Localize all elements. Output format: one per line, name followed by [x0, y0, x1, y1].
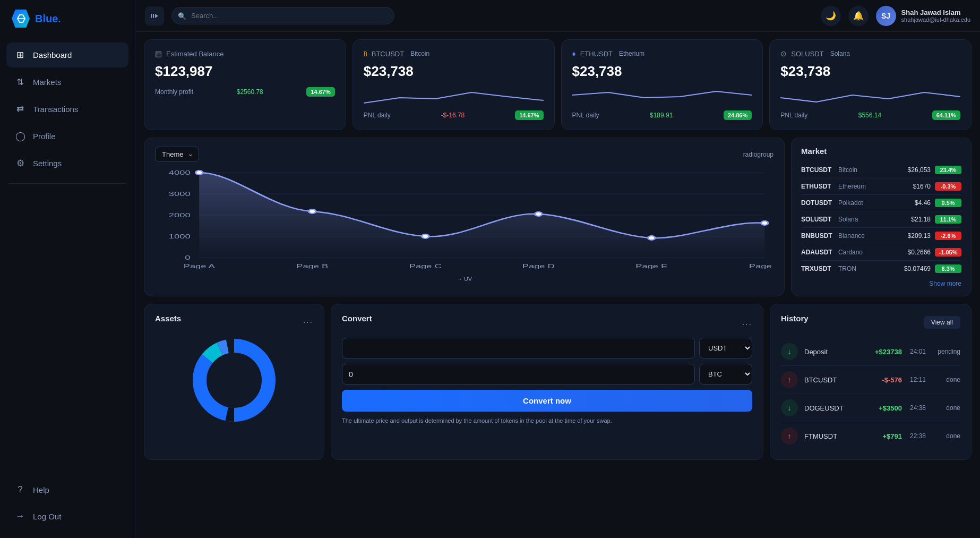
- market-price: $21.18: [911, 216, 931, 223]
- logo-text: Blue.: [35, 13, 61, 25]
- history-row: ↓ Deposit +$23738 24:01 pending: [781, 338, 960, 366]
- svg-text:Page F: Page F: [749, 263, 773, 269]
- back-button[interactable]: [145, 6, 164, 25]
- sidebar-item-dashboard-label: Dashboard: [33, 50, 72, 59]
- eth-icon: ♦: [572, 49, 576, 58]
- show-more-link[interactable]: Show more: [801, 280, 961, 287]
- btc-value: $23,738: [364, 63, 544, 80]
- sidebar-item-transactions-label: Transactions: [33, 105, 78, 114]
- bottom-row: Assets ···: [144, 304, 972, 460]
- market-change-badge: -0.3%: [935, 182, 961, 191]
- convert-select-2[interactable]: BTC ETH USDT SOL: [699, 364, 752, 385]
- eth-mini-chart: [572, 87, 752, 108]
- sol-pnl: $556.14: [858, 112, 881, 119]
- view-all-button[interactable]: View all: [924, 316, 960, 329]
- market-name: Bianance: [838, 232, 908, 240]
- sol-badge: 64.11%: [932, 110, 960, 120]
- btc-pnl-label: PNL daily: [364, 112, 391, 119]
- market-row[interactable]: ETHUSDT Ethereum $1670 -0.3%: [801, 178, 961, 195]
- dashboard-icon: ⊞: [15, 49, 25, 61]
- svg-text:Page E: Page E: [635, 263, 667, 269]
- market-price: $0.07469: [904, 265, 931, 272]
- convert-row-1: USDT BTC ETH SOL: [342, 338, 752, 358]
- search-icon: 🔍: [178, 12, 186, 20]
- convert-input-1[interactable]: [342, 338, 695, 358]
- history-title: History: [781, 314, 809, 323]
- history-row: ↑ BTCUSDT -$-576 12:11 done: [781, 366, 960, 394]
- history-name: FTMUSDT: [804, 432, 876, 440]
- chart-area: 4000 3000 2000 1000 0: [155, 167, 773, 274]
- market-name: TRON: [838, 265, 904, 272]
- history-status: done: [934, 404, 960, 412]
- market-row[interactable]: TRXUSDT TRON $0.07469 6.3%: [801, 261, 961, 277]
- sidebar-item-settings-label: Settings: [33, 159, 62, 168]
- svg-text:0: 0: [185, 254, 190, 261]
- cards-row: ▦ Estimated Balance $123,987 Monthly pro…: [144, 39, 972, 130]
- market-change-badge: 6.3%: [935, 264, 961, 273]
- sidebar-item-logout[interactable]: → Log Out: [6, 504, 128, 528]
- middle-row: Theme radiogroup 4000: [144, 138, 972, 296]
- history-time: 12:11: [908, 376, 927, 383]
- sidebar-item-dashboard[interactable]: ⊞ Dashboard: [6, 42, 128, 67]
- dark-mode-button[interactable]: 🌙: [821, 6, 841, 26]
- convert-now-button[interactable]: Convert now: [342, 390, 752, 412]
- convert-select-1[interactable]: USDT BTC ETH SOL: [699, 338, 752, 358]
- svg-point-16: [309, 209, 316, 214]
- market-row[interactable]: SOLUSDT Solana $21.18 11.1%: [801, 211, 961, 228]
- sol-card-header: ⊙ SOLUSDT Solana: [780, 49, 960, 58]
- topbar: 🔍 🌙 🔔 SJ Shah Jawad Islam shahjawad@iut-…: [135, 0, 980, 32]
- solusdt-card: ⊙ SOLUSDT Solana $23,738 PNL daily $556.…: [769, 39, 972, 130]
- market-row[interactable]: ADAUSDT Cardano $0.2666 -1.05%: [801, 244, 961, 261]
- market-rows: BTCUSDT Bitcoin $26,053 23.4% ETHUSDT Et…: [801, 162, 961, 277]
- sidebar-item-profile[interactable]: ◯ Profile: [6, 124, 128, 149]
- market-row[interactable]: DOTUSDT Polkadot $4.46 0.5%: [801, 195, 961, 211]
- market-row[interactable]: BTCUSDT Bitcoin $26,053 23.4%: [801, 162, 961, 178]
- history-rows: ↓ Deposit +$23738 24:01 pending ↑ BTCUSD…: [781, 338, 960, 450]
- search-bar: 🔍: [171, 7, 394, 24]
- sidebar-item-profile-label: Profile: [33, 132, 56, 141]
- profile-icon: ◯: [15, 131, 25, 142]
- search-input[interactable]: [171, 7, 394, 24]
- sidebar-item-markets[interactable]: ⇅ Markets: [6, 70, 128, 95]
- btc-symbol: BTCUSDT: [372, 50, 404, 58]
- eth-card-header: ♦ ETHUSDT Etherium: [572, 49, 752, 58]
- logout-icon: →: [15, 511, 25, 522]
- balance-profit: $2560.78: [237, 88, 263, 96]
- assets-title: Assets: [155, 314, 181, 323]
- market-row[interactable]: BNBUSDT Bianance $209.13 -2.6%: [801, 228, 961, 244]
- market-title: Market: [801, 147, 961, 156]
- market-change-badge: 11.1%: [935, 215, 961, 224]
- assets-header: Assets ···: [155, 314, 313, 330]
- eth-badge: 24.86%: [724, 110, 752, 120]
- sol-mini-chart: [780, 87, 960, 108]
- theme-select[interactable]: Theme: [155, 147, 199, 162]
- market-card: Market BTCUSDT Bitcoin $26,053 23.4% ETH…: [791, 138, 972, 296]
- history-status: pending: [934, 348, 960, 355]
- market-name: Solana: [838, 216, 911, 223]
- eth-footer: PNL daily $189.91 24.86%: [572, 110, 752, 120]
- sidebar-nav-bottom: ? Help → Log Out: [0, 477, 135, 528]
- svg-text:4000: 4000: [169, 169, 191, 176]
- sidebar: Blue. ⊞ Dashboard ⇅ Markets ⇄ Transactio…: [0, 0, 135, 538]
- convert-input-2[interactable]: [342, 364, 695, 385]
- assets-dots[interactable]: ···: [303, 318, 313, 327]
- sidebar-item-transactions[interactable]: ⇄ Transactions: [6, 97, 128, 122]
- market-price: $4.46: [915, 199, 931, 207]
- history-amount: +$3500: [879, 404, 902, 412]
- market-symbol: SOLUSDT: [801, 216, 838, 223]
- eth-name: Etherium: [619, 50, 644, 57]
- sol-footer: PNL daily $556.14 64.11%: [780, 110, 960, 120]
- convert-card: Convert ... USDT BTC ETH SOL BTC: [331, 304, 763, 460]
- history-status: done: [934, 432, 960, 440]
- sidebar-item-help[interactable]: ? Help: [6, 477, 128, 502]
- chart-top: Theme radiogroup: [155, 147, 773, 162]
- convert-title: Convert: [342, 314, 372, 323]
- transactions-icon: ⇄: [15, 104, 25, 115]
- market-change-badge: 23.4%: [935, 166, 961, 174]
- market-symbol: ETHUSDT: [801, 183, 838, 190]
- sidebar-item-settings[interactable]: ⚙ Settings: [6, 151, 128, 176]
- convert-dots[interactable]: ...: [742, 318, 752, 327]
- eth-value: $23,738: [572, 63, 752, 80]
- notifications-button[interactable]: 🔔: [848, 6, 869, 26]
- sidebar-nav: ⊞ Dashboard ⇅ Markets ⇄ Transactions ◯ P…: [0, 42, 135, 176]
